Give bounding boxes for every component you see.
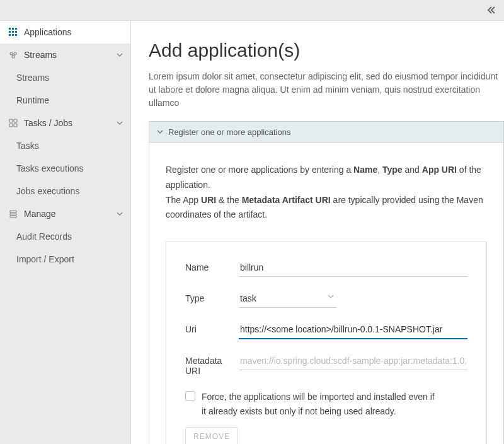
streams-icon	[8, 50, 19, 59]
svg-rect-8	[15, 34, 17, 36]
svg-rect-3	[9, 31, 11, 33]
svg-rect-7	[12, 34, 14, 36]
svg-rect-13	[14, 119, 17, 122]
force-checkbox[interactable]	[185, 391, 195, 401]
metadata-uri-label: Metadata URI	[185, 353, 239, 376]
svg-rect-5	[15, 31, 17, 33]
sidebar-group-streams[interactable]: Streams	[0, 44, 130, 66]
chevron-down-icon	[117, 211, 123, 217]
svg-point-9	[10, 52, 13, 55]
sidebar-collapse-area	[373, 0, 504, 20]
apps-icon	[8, 28, 19, 37]
sidebar-item-label: Audit Records	[16, 231, 72, 242]
sidebar-item-tasks-executions[interactable]: Tasks executions	[0, 157, 130, 180]
remove-button[interactable]: REMOVE	[185, 427, 238, 444]
sidebar-group-label: Manage	[24, 209, 117, 219]
sidebar-item-import-export[interactable]: Import / Export	[0, 248, 130, 271]
name-input[interactable]	[239, 260, 467, 277]
svg-rect-1	[12, 28, 14, 30]
chevron-down-icon	[117, 52, 123, 58]
svg-rect-6	[9, 34, 11, 36]
sidebar-group-manage[interactable]: Manage	[0, 202, 130, 225]
sidebar-item-label: Runtime	[16, 95, 49, 105]
svg-rect-18	[10, 216, 16, 218]
type-select[interactable]	[239, 291, 336, 308]
uri-input[interactable]	[239, 322, 467, 339]
sidebar: Applications Streams Streams Runtime	[0, 21, 131, 444]
sidebar-item-streams[interactable]: Streams	[0, 66, 130, 89]
sidebar-item-label: Jobs executions	[16, 186, 79, 196]
svg-rect-17	[10, 213, 16, 215]
uri-label: Uri	[185, 322, 239, 334]
panel-body: Register one or more applications by ent…	[149, 143, 503, 444]
panel-header[interactable]: Register one or more applications	[149, 121, 503, 143]
main-content: Add application(s) Lorem ipsum dolor sit…	[131, 21, 504, 444]
svg-point-10	[14, 52, 16, 55]
sidebar-item-jobs-executions[interactable]: Jobs executions	[0, 180, 130, 202]
register-panel: Register one or more applications Regist…	[149, 121, 504, 444]
panel-intro: Register one or more applications by ent…	[166, 163, 487, 223]
svg-rect-12	[9, 119, 13, 122]
chevron-down-icon	[157, 129, 163, 135]
manage-icon	[8, 209, 19, 218]
svg-rect-15	[14, 124, 17, 127]
svg-rect-2	[15, 28, 17, 30]
chevron-double-left-icon	[487, 6, 496, 15]
sidebar-item-runtime[interactable]: Runtime	[0, 89, 130, 112]
sidebar-item-label: Applications	[24, 27, 123, 37]
sidebar-item-label: Tasks	[16, 141, 39, 151]
sidebar-item-label: Streams	[16, 73, 49, 83]
svg-rect-0	[9, 28, 11, 30]
application-form: Name Type	[166, 242, 487, 444]
sidebar-collapse-button[interactable]	[485, 4, 498, 16]
sidebar-item-label: Import / Export	[16, 254, 74, 264]
page-description: Lorem ipsum dolor sit amet, consectetur …	[149, 70, 504, 110]
sidebar-group-label: Tasks / Jobs	[24, 118, 117, 128]
sidebar-item-tasks[interactable]: Tasks	[0, 134, 130, 157]
type-label: Type	[185, 291, 239, 303]
page-title: Add application(s)	[149, 40, 504, 61]
chevron-down-icon	[117, 120, 123, 126]
sidebar-group-tasks[interactable]: Tasks / Jobs	[0, 112, 130, 134]
tasks-icon	[8, 119, 19, 127]
name-label: Name	[185, 260, 239, 272]
sidebar-item-audit-records[interactable]: Audit Records	[0, 225, 130, 248]
svg-rect-4	[12, 31, 14, 33]
sidebar-item-label: Tasks executions	[16, 163, 84, 173]
svg-rect-16	[10, 211, 16, 213]
metadata-uri-input[interactable]	[239, 353, 467, 370]
sidebar-item-applications[interactable]: Applications	[0, 21, 130, 44]
force-checkbox-label: Force, the applications will be imported…	[202, 390, 441, 418]
topbar	[0, 0, 504, 21]
sidebar-group-label: Streams	[24, 50, 117, 60]
svg-rect-14	[9, 124, 13, 127]
panel-header-label: Register one or more applications	[168, 127, 290, 137]
